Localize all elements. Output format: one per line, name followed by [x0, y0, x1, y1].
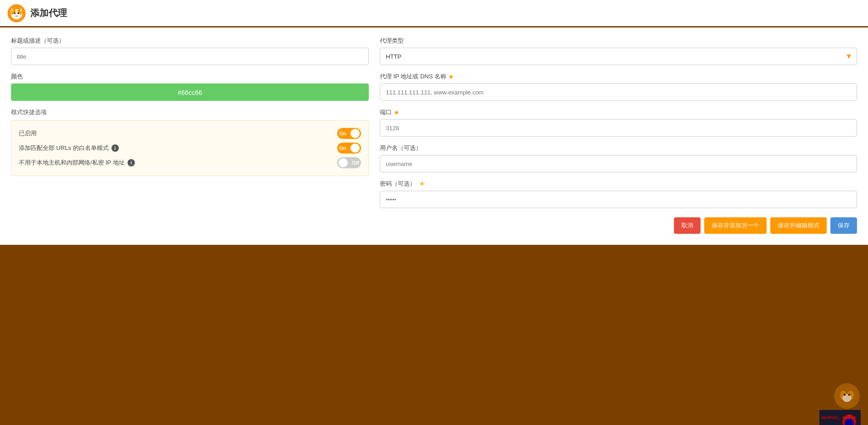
shortcuts-title: 模式快捷选项	[11, 108, 369, 116]
page-title: 添加代理	[30, 7, 67, 19]
spiderman-badge: MARVEL 蜘蛛侠	[819, 410, 861, 425]
password-label: 密码（可选） 👁	[380, 180, 857, 188]
svg-text:MARVEL: MARVEL	[822, 415, 839, 420]
shortcuts-panel: 已启用 On 添加匹配全部 URLs 的白名单模式 i On	[11, 120, 369, 176]
proxy-type-label: 代理类型	[380, 37, 857, 45]
shortcut-label-bypass: 不用于本地主机和内部网络/私密 IP 地址 i	[19, 159, 135, 167]
toggle-whitelist[interactable]: On	[337, 143, 361, 154]
toggle-on-text-1: On	[339, 131, 346, 136]
toggle-knob-1	[351, 129, 360, 138]
cancel-button[interactable]: 取消	[674, 217, 701, 234]
password-field-group: 密码（可选） 👁	[380, 180, 857, 208]
shortcut-label-whitelist: 添加匹配全部 URLs 的白名单模式 i	[19, 144, 119, 152]
svg-point-7	[15, 15, 18, 17]
proxy-type-group: 代理类型 HTTP HTTPS SOCKS4 SOCKS5 ▼	[380, 37, 857, 65]
left-column: 标题或描述（可选） 颜色 #66cc66 模式快捷选项 已启用 On	[11, 37, 369, 234]
save-add-button[interactable]: 保存并添加另一个	[704, 217, 767, 234]
username-label: 用户名（可选）	[380, 144, 857, 152]
title-input[interactable]	[11, 48, 369, 65]
app-header: 添加代理	[0, 0, 868, 28]
toggle-bypass[interactable]: Off	[337, 157, 361, 168]
svg-point-5	[14, 12, 16, 14]
fox-watermark	[833, 382, 861, 410]
buttons-row: 取消 保存并添加另一个 保存并编辑模式 保存	[380, 217, 857, 234]
shortcut-label-enabled: 已启用	[19, 129, 37, 138]
svg-point-6	[17, 12, 19, 14]
toggle-on-text-2: On	[339, 145, 346, 151]
title-field-group: 标题或描述（可选）	[11, 37, 369, 65]
password-eye-icon[interactable]: 👁	[419, 181, 425, 188]
svg-point-24	[844, 394, 846, 396]
svg-point-25	[848, 394, 851, 396]
toggle-knob-2	[351, 144, 360, 153]
ip-field-group: 代理 IP 地址或 DNS 名称 ★	[380, 72, 857, 101]
password-input[interactable]	[380, 191, 857, 208]
title-label: 标题或描述（可选）	[11, 37, 369, 45]
shortcut-row-enabled: 已启用 On	[19, 126, 361, 141]
toggle-knob-3	[339, 158, 348, 167]
username-field-group: 用户名（可选）	[380, 144, 857, 172]
whitelist-info-icon[interactable]: i	[111, 144, 119, 152]
bypass-info-icon[interactable]: i	[128, 159, 135, 166]
port-input[interactable]	[380, 119, 857, 137]
form-container: 标题或描述（可选） 颜色 #66cc66 模式快捷选项 已启用 On	[0, 28, 868, 245]
proxy-type-select[interactable]: HTTP HTTPS SOCKS4 SOCKS5	[380, 48, 857, 65]
port-label: 端口 ★	[380, 108, 857, 116]
form-row: 标题或描述（可选） 颜色 #66cc66 模式快捷选项 已启用 On	[11, 37, 857, 234]
color-field-group: 颜色 #66cc66	[11, 72, 369, 101]
port-required-star: ★	[394, 109, 400, 116]
shortcut-row-bypass: 不用于本地主机和内部网络/私密 IP 地址 i Off	[19, 155, 361, 170]
color-picker-button[interactable]: #66cc66	[11, 83, 369, 101]
right-column: 代理类型 HTTP HTTPS SOCKS4 SOCKS5 ▼ 代理 IP 地址…	[380, 37, 857, 234]
proxy-type-select-wrapper: HTTP HTTPS SOCKS4 SOCKS5 ▼	[380, 48, 857, 65]
toggle-enabled[interactable]: On	[337, 128, 361, 139]
toggle-off-text-3: Off	[352, 160, 359, 166]
save-button[interactable]: 保存	[830, 217, 857, 234]
bottom-area: MARVEL 蜘蛛侠 https://blog.csdn.net/qq_4574…	[0, 245, 868, 425]
ip-required-star: ★	[448, 73, 454, 80]
color-label: 颜色	[11, 72, 369, 81]
ip-label: 代理 IP 地址或 DNS 名称 ★	[380, 72, 857, 81]
port-field-group: 端口 ★	[380, 108, 857, 137]
username-input[interactable]	[380, 155, 857, 172]
app-logo-icon	[7, 4, 26, 22]
ip-input[interactable]	[380, 83, 857, 101]
shortcut-row-whitelist: 添加匹配全部 URLs 的白名单模式 i On	[19, 141, 361, 155]
save-edit-button[interactable]: 保存并编辑模式	[770, 217, 827, 234]
shortcuts-group: 模式快捷选项 已启用 On 添加匹配全部 URLs 的白名单模式	[11, 108, 369, 176]
